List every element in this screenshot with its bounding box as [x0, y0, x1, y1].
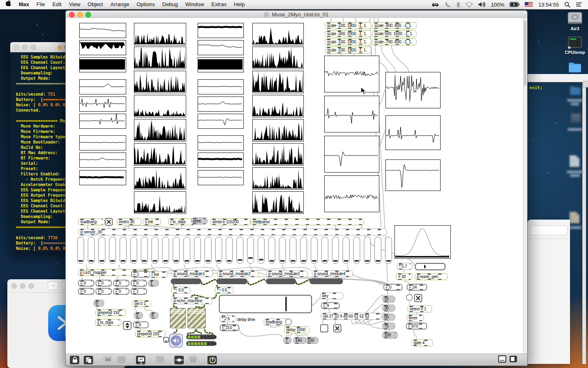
object-loadbang[interactable]: loadbang [264, 319, 288, 325]
zoom-button[interactable] [29, 283, 34, 289]
bang-button[interactable] [285, 319, 292, 325]
delay-time-slider[interactable] [219, 295, 312, 313]
object-p-sound-module2[interactable]: p sound_module2 [217, 270, 258, 277]
message-100[interactable]: 100 [305, 337, 318, 344]
number-0[interactable]: 0 [78, 280, 94, 287]
message-7[interactable]: 7 [283, 337, 292, 344]
grid-icon[interactable] [188, 356, 198, 364]
number-0[interactable]: 0 [96, 288, 112, 295]
car-status-icon[interactable] [431, 2, 439, 7]
menu-options[interactable]: Options [133, 1, 158, 7]
object-scale-700-800-1-1[interactable]: scale -700. 800. -1. 1. [372, 38, 416, 45]
desktop-icon-air3[interactable]: Air3 [565, 11, 585, 31]
max-titlebar[interactable]: Muse_2Myo_UniUni_01 [66, 11, 527, 18]
number-24[interactable]: 24 [407, 284, 427, 291]
number-210[interactable]: 210 [220, 324, 239, 331]
object-0-7[interactable]: * 0.7 [397, 263, 412, 270]
sensor-slider-23[interactable] [311, 237, 318, 264]
battery-icon[interactable] [510, 2, 519, 7]
wifi-icon[interactable] [466, 2, 473, 7]
message-6[interactable]: 6 [149, 312, 158, 319]
object-scale-100-1800-1-1[interactable]: scale -100. 1800. -1. 1. [325, 47, 371, 54]
object-p-wave-gen[interactable]: p wave_gen [415, 273, 448, 280]
desktop-icon-cputemp[interactable]: CPUtemp [561, 36, 588, 55]
sensor-slider-28[interactable] [364, 237, 371, 264]
module-slider-4[interactable] [310, 278, 343, 284]
object-loadbang[interactable]: loadbang [78, 218, 105, 225]
message-140[interactable]: 140 [293, 337, 306, 344]
object-2-5[interactable]: * 2.5 [220, 315, 236, 322]
object-metro-30[interactable]: metro 30 [117, 218, 141, 225]
sensor-slider-2[interactable] [88, 237, 95, 264]
back-button[interactable]: ‹ [48, 281, 58, 290]
sensor-slider-9[interactable] [162, 237, 169, 264]
zoom-button[interactable] [31, 45, 36, 50]
object-p-sound-module4[interactable]: p sound_module4 [312, 270, 353, 277]
volume-icon[interactable] [478, 2, 486, 7]
menu-edit[interactable]: Edit [49, 1, 65, 7]
number-6[interactable]: 6 [133, 321, 149, 328]
number-0[interactable]: 0 [113, 288, 129, 295]
message-100[interactable]: 100 [382, 332, 398, 339]
sensor-slider-30[interactable] [385, 237, 392, 264]
toggle-on[interactable] [333, 324, 341, 332]
sensor-slider-18[interactable] [258, 237, 265, 264]
object-0-5[interactable]: *~ 0.5 [215, 287, 234, 294]
close-button[interactable] [13, 45, 19, 50]
menu-file[interactable]: File [33, 1, 49, 7]
number-0[interactable]: 0 [131, 280, 147, 287]
window-split-icon[interactable] [498, 355, 506, 364]
message-print[interactable]: print [191, 218, 207, 224]
object-timer[interactable]: timer [407, 314, 424, 321]
sensor-slider-3[interactable] [98, 237, 105, 264]
bluetooth-icon[interactable] [456, 2, 460, 8]
number-0[interactable]: 0 [383, 284, 403, 291]
sensor-slider-19[interactable] [268, 237, 275, 264]
object-p-sound-module1[interactable]: p sound_module1 [172, 270, 213, 277]
menu-extras[interactable]: Extras [208, 1, 230, 7]
object-scale-300-2000-1-1[interactable]: scale -300. 2000. -1. 1. [325, 30, 371, 37]
number-0[interactable]: 0 [113, 280, 129, 287]
sensor-slider-10[interactable] [173, 237, 180, 264]
number-1[interactable]: 1 [131, 288, 147, 295]
patcher-vscrollbar[interactable] [523, 18, 527, 355]
sensor-slider-29[interactable] [374, 237, 381, 264]
sensor-slider-16[interactable] [236, 237, 243, 264]
object-p-sensor-30[interactable]: p sensor_30 [78, 229, 387, 236]
message-2[interactable]: 2 [134, 312, 143, 319]
object-serial-e-115200[interactable]: serial e 115200 [210, 218, 250, 225]
sensor-slider-12[interactable] [194, 237, 201, 264]
lock-icon[interactable] [70, 356, 79, 364]
sensor-slider-14[interactable] [215, 237, 222, 264]
close-button[interactable] [11, 283, 17, 289]
message-30[interactable]: 30 [382, 305, 395, 312]
object-key[interactable]: key [320, 292, 343, 299]
sensor-slider-1[interactable] [77, 237, 84, 264]
preset-panel-1[interactable] [170, 308, 186, 328]
presentation-icon[interactable] [136, 356, 145, 364]
audio-icon[interactable] [207, 356, 217, 364]
object-s-init[interactable]: s init [143, 218, 161, 225]
message-0[interactable]: 0 [94, 300, 104, 307]
patcher-canvas[interactable]: loadbangmetro 30s initr tx_dataprintseri… [66, 18, 524, 355]
number-1[interactable]: 1 [131, 271, 151, 278]
menu-debug[interactable]: Debug [158, 1, 181, 7]
menu-help[interactable]: Help [230, 1, 249, 7]
list-icon[interactable] [576, 2, 582, 7]
scrollbar-thumb[interactable] [583, 81, 588, 88]
sensor-slider-25[interactable] [332, 237, 339, 264]
bang-button[interactable] [406, 294, 413, 301]
object-gate-4[interactable]: gate 4 [412, 339, 433, 346]
object-delay-1000[interactable]: delay 1000 [284, 326, 310, 333]
delete-icon[interactable] [117, 356, 126, 364]
sensor-slider-13[interactable] [205, 237, 212, 264]
sensor-slider-6[interactable] [130, 237, 137, 264]
sensor-slider-20[interactable] [279, 237, 286, 264]
message-1[interactable]: 1 [148, 280, 159, 287]
menu-max[interactable]: Max [15, 1, 33, 7]
message-75[interactable]: 75 [382, 323, 395, 330]
sensor-slider-7[interactable] [141, 237, 148, 264]
wave-gen-slider[interactable] [415, 263, 445, 270]
toggle-on[interactable] [414, 294, 422, 302]
speaker-icon[interactable] [169, 334, 183, 348]
